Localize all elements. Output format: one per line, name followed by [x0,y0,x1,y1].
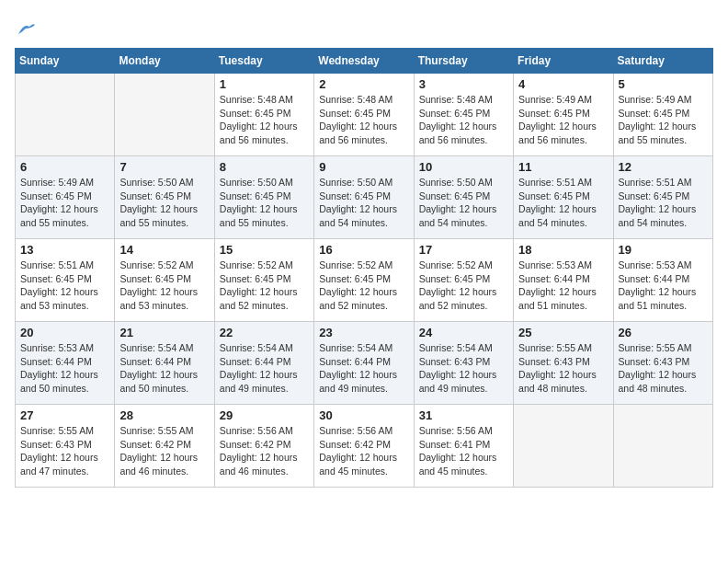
day-detail: Sunrise: 5:51 AM Sunset: 6:45 PM Dayligh… [20,259,109,313]
calendar-cell: 25Sunrise: 5:55 AM Sunset: 6:43 PM Dayli… [514,322,613,405]
day-detail: Sunrise: 5:54 AM Sunset: 6:44 PM Dayligh… [119,341,209,396]
calendar-cell: 3Sunrise: 5:48 AM Sunset: 6:45 PM Daylig… [414,74,513,156]
day-detail: Sunrise: 5:48 AM Sunset: 6:45 PM Dayligh… [319,93,408,147]
calendar-cell: 11Sunrise: 5:51 AM Sunset: 6:45 PM Dayli… [514,156,613,239]
day-detail: Sunrise: 5:51 AM Sunset: 6:45 PM Dayligh… [518,176,608,230]
day-number: 12 [619,160,708,174]
calendar-cell: 21Sunrise: 5:54 AM Sunset: 6:44 PM Dayli… [115,322,214,405]
day-detail: Sunrise: 5:50 AM Sunset: 6:45 PM Dayligh… [220,176,309,230]
day-number: 10 [419,160,508,174]
day-number: 26 [619,326,708,339]
day-number: 9 [319,160,408,174]
day-detail: Sunrise: 5:56 AM Sunset: 6:42 PM Dayligh… [319,424,408,478]
calendar-cell: 9Sunrise: 5:50 AM Sunset: 6:45 PM Daylig… [314,156,414,239]
day-number: 29 [220,408,309,422]
calendar-cell: 5Sunrise: 5:49 AM Sunset: 6:45 PM Daylig… [613,74,712,156]
day-number: 19 [619,243,708,257]
day-number: 7 [119,160,209,174]
calendar-cell: 28Sunrise: 5:55 AM Sunset: 6:42 PM Dayli… [115,405,214,488]
day-detail: Sunrise: 5:53 AM Sunset: 6:44 PM Dayligh… [20,341,109,396]
day-number: 18 [518,243,608,257]
day-detail: Sunrise: 5:53 AM Sunset: 6:44 PM Dayligh… [619,259,708,313]
day-number: 15 [220,243,309,257]
day-number: 27 [20,408,109,422]
calendar-cell: 30Sunrise: 5:56 AM Sunset: 6:42 PM Dayli… [314,405,414,488]
day-detail: Sunrise: 5:51 AM Sunset: 6:45 PM Dayligh… [619,176,708,230]
calendar-cell: 27Sunrise: 5:55 AM Sunset: 6:43 PM Dayli… [16,405,115,488]
calendar-header-row: SundayMondayTuesdayWednesdayThursdayFrid… [16,49,713,74]
day-number: 21 [119,326,209,339]
day-number: 16 [319,243,408,257]
calendar-cell: 7Sunrise: 5:50 AM Sunset: 6:45 PM Daylig… [115,156,214,239]
calendar-cell: 17Sunrise: 5:52 AM Sunset: 6:45 PM Dayli… [414,239,513,322]
day-number: 30 [319,408,408,422]
day-number: 1 [220,77,309,91]
day-detail: Sunrise: 5:55 AM Sunset: 6:43 PM Dayligh… [20,424,109,478]
calendar-week-row: 27Sunrise: 5:55 AM Sunset: 6:43 PM Dayli… [16,405,713,488]
weekday-header-sunday: Sunday [16,49,115,74]
calendar-table: SundayMondayTuesdayWednesdayThursdayFrid… [15,48,713,488]
day-number: 2 [319,77,408,91]
calendar-cell: 2Sunrise: 5:48 AM Sunset: 6:45 PM Daylig… [314,74,414,156]
day-detail: Sunrise: 5:49 AM Sunset: 6:45 PM Dayligh… [619,93,708,147]
day-detail: Sunrise: 5:49 AM Sunset: 6:45 PM Dayligh… [518,93,608,147]
day-detail: Sunrise: 5:52 AM Sunset: 6:45 PM Dayligh… [220,259,309,313]
day-number: 4 [518,77,608,91]
day-detail: Sunrise: 5:56 AM Sunset: 6:42 PM Dayligh… [220,424,309,478]
day-detail: Sunrise: 5:54 AM Sunset: 6:44 PM Dayligh… [319,341,408,396]
calendar-cell: 26Sunrise: 5:55 AM Sunset: 6:43 PM Dayli… [613,322,712,405]
day-number: 31 [419,408,508,422]
calendar-cell: 23Sunrise: 5:54 AM Sunset: 6:44 PM Dayli… [314,322,414,405]
calendar-cell [514,405,613,488]
calendar-cell: 12Sunrise: 5:51 AM Sunset: 6:45 PM Dayli… [613,156,712,239]
day-number: 3 [419,77,508,91]
day-number: 8 [220,160,309,174]
day-number: 13 [20,243,109,257]
calendar-cell [16,74,115,156]
day-detail: Sunrise: 5:50 AM Sunset: 6:45 PM Dayligh… [119,176,209,230]
calendar-week-row: 1Sunrise: 5:48 AM Sunset: 6:45 PM Daylig… [16,74,713,156]
logo-bird-icon [17,21,37,38]
day-number: 20 [20,326,109,339]
day-detail: Sunrise: 5:50 AM Sunset: 6:45 PM Dayligh… [319,176,408,230]
calendar-cell: 19Sunrise: 5:53 AM Sunset: 6:44 PM Dayli… [613,239,712,322]
day-detail: Sunrise: 5:48 AM Sunset: 6:45 PM Dayligh… [220,93,309,147]
weekday-header-wednesday: Wednesday [314,49,414,74]
calendar-cell: 29Sunrise: 5:56 AM Sunset: 6:42 PM Dayli… [214,405,313,488]
weekday-header-monday: Monday [115,49,214,74]
day-number: 5 [619,77,708,91]
day-detail: Sunrise: 5:52 AM Sunset: 6:45 PM Dayligh… [119,259,209,313]
calendar-cell: 18Sunrise: 5:53 AM Sunset: 6:44 PM Dayli… [514,239,613,322]
calendar-cell: 24Sunrise: 5:54 AM Sunset: 6:43 PM Dayli… [414,322,513,405]
day-detail: Sunrise: 5:53 AM Sunset: 6:44 PM Dayligh… [518,259,608,313]
calendar-cell: 22Sunrise: 5:54 AM Sunset: 6:44 PM Dayli… [214,322,313,405]
day-detail: Sunrise: 5:54 AM Sunset: 6:44 PM Dayligh… [220,341,309,396]
day-number: 25 [518,326,608,339]
weekday-header-friday: Friday [514,49,613,74]
calendar-cell [613,405,712,488]
day-detail: Sunrise: 5:55 AM Sunset: 6:42 PM Dayligh… [119,424,209,478]
calendar-cell: 20Sunrise: 5:53 AM Sunset: 6:44 PM Dayli… [16,322,115,405]
day-detail: Sunrise: 5:52 AM Sunset: 6:45 PM Dayligh… [419,259,508,313]
calendar-cell: 14Sunrise: 5:52 AM Sunset: 6:45 PM Dayli… [115,239,214,322]
calendar-cell: 10Sunrise: 5:50 AM Sunset: 6:45 PM Dayli… [414,156,513,239]
day-detail: Sunrise: 5:52 AM Sunset: 6:45 PM Dayligh… [319,259,408,313]
day-detail: Sunrise: 5:48 AM Sunset: 6:45 PM Dayligh… [419,93,508,147]
calendar-cell: 8Sunrise: 5:50 AM Sunset: 6:45 PM Daylig… [214,156,313,239]
day-number: 14 [119,243,209,257]
day-detail: Sunrise: 5:49 AM Sunset: 6:45 PM Dayligh… [20,176,109,230]
day-number: 24 [419,326,508,339]
calendar-cell: 13Sunrise: 5:51 AM Sunset: 6:45 PM Dayli… [16,239,115,322]
day-detail: Sunrise: 5:56 AM Sunset: 6:41 PM Dayligh… [419,424,508,478]
day-detail: Sunrise: 5:55 AM Sunset: 6:43 PM Dayligh… [619,341,708,396]
day-detail: Sunrise: 5:50 AM Sunset: 6:45 PM Dayligh… [419,176,508,230]
calendar-cell: 4Sunrise: 5:49 AM Sunset: 6:45 PM Daylig… [514,74,613,156]
page-header [15,15,713,39]
calendar-week-row: 20Sunrise: 5:53 AM Sunset: 6:44 PM Dayli… [16,322,713,405]
calendar-cell: 6Sunrise: 5:49 AM Sunset: 6:45 PM Daylig… [16,156,115,239]
weekday-header-tuesday: Tuesday [214,49,313,74]
calendar-cell [115,74,214,156]
calendar-week-row: 13Sunrise: 5:51 AM Sunset: 6:45 PM Dayli… [16,239,713,322]
day-number: 22 [220,326,309,339]
logo [15,15,37,39]
